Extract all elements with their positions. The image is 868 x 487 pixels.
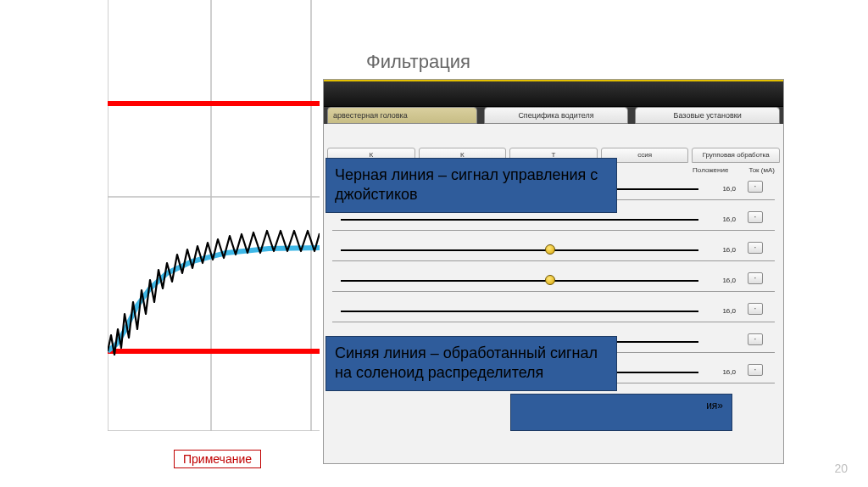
slider-track bbox=[341, 311, 698, 312]
header-position: Положение bbox=[693, 166, 728, 174]
slider-button[interactable]: · bbox=[748, 364, 763, 376]
signal-chart bbox=[108, 0, 320, 431]
callout-black-line: Черная линия – сигнал управления с джойс… bbox=[326, 158, 617, 213]
slider-button[interactable]: · bbox=[748, 211, 763, 223]
slider-button[interactable]: · bbox=[748, 333, 763, 345]
app-toolbar bbox=[324, 80, 783, 107]
tab-harvester-head[interactable]: арвестерная головка bbox=[327, 107, 477, 124]
slider-row: 16,0· bbox=[332, 238, 775, 261]
tab-base-settings[interactable]: Базовые установки bbox=[635, 107, 780, 124]
slider-track bbox=[341, 280, 698, 282]
slider-value: 16,0 bbox=[722, 277, 736, 284]
slider-track bbox=[341, 219, 698, 221]
main-tabs: арвестерная головка Специфика водителя Б… bbox=[324, 107, 783, 124]
page-title: Фильтрация bbox=[366, 51, 470, 73]
slider-button[interactable]: · bbox=[748, 303, 763, 315]
slider-thumb[interactable] bbox=[545, 275, 555, 285]
slider-thumb[interactable] bbox=[545, 244, 555, 255]
callout-blue-line: Синяя линия – обработанный сигнал на сол… bbox=[326, 336, 617, 391]
slider-button[interactable]: · bbox=[748, 272, 763, 284]
slider-value: 16,0 bbox=[722, 185, 736, 193]
filtration-button-partial[interactable]: ия» bbox=[510, 394, 732, 431]
slider-row: 16,0· bbox=[332, 268, 775, 292]
slider-value: 16,0 bbox=[722, 307, 736, 315]
column-headers: Положение Ток (мА) bbox=[693, 166, 775, 174]
slider-value: 16,0 bbox=[722, 216, 736, 223]
slider-row: 16,0· bbox=[332, 299, 775, 322]
slider-value: 16,0 bbox=[722, 246, 736, 254]
sub-tab-group-processing[interactable]: Групповая обработка bbox=[692, 148, 780, 163]
tab-driver-specifics[interactable]: Специфика водителя bbox=[484, 107, 629, 124]
slider-track bbox=[341, 249, 698, 251]
slider-button[interactable]: · bbox=[748, 181, 763, 193]
note-box: Примечание bbox=[174, 450, 261, 468]
page-number: 20 bbox=[834, 462, 848, 475]
header-current: Ток (мА) bbox=[748, 166, 775, 174]
slider-value: 16,0 bbox=[722, 368, 736, 376]
slider-button[interactable]: · bbox=[748, 242, 763, 254]
